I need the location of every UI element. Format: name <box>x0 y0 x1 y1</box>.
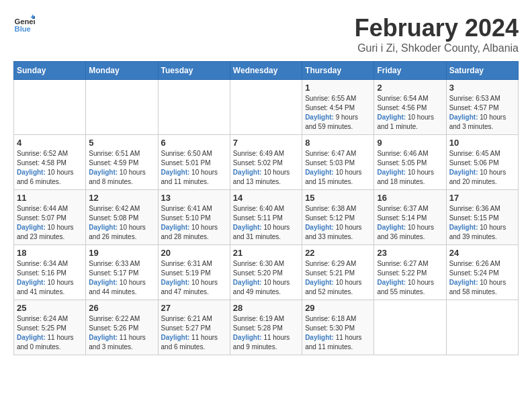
day-info: Sunrise: 6:47 AMSunset: 5:03 PMDaylight:… <box>305 149 371 187</box>
day-number: 16 <box>377 193 443 203</box>
day-number: 14 <box>233 193 299 203</box>
day-info: Sunrise: 6:19 AMSunset: 5:28 PMDaylight:… <box>233 314 299 352</box>
day-info: Sunrise: 6:37 AMSunset: 5:14 PMDaylight:… <box>377 204 443 242</box>
day-info: Sunrise: 6:27 AMSunset: 5:22 PMDaylight:… <box>377 259 443 297</box>
weekday-header-tuesday: Tuesday <box>158 62 230 80</box>
day-number: 20 <box>161 248 227 258</box>
day-info: Sunrise: 6:36 AMSunset: 5:15 PMDaylight:… <box>449 204 515 242</box>
calendar-cell: 26Sunrise: 6:22 AMSunset: 5:26 PMDayligh… <box>86 300 158 355</box>
calendar-cell <box>86 80 158 135</box>
day-info: Sunrise: 6:40 AMSunset: 5:11 PMDaylight:… <box>233 204 299 242</box>
calendar-cell: 22Sunrise: 6:29 AMSunset: 5:21 PMDayligh… <box>302 245 374 300</box>
calendar-cell: 29Sunrise: 6:18 AMSunset: 5:30 PMDayligh… <box>302 300 374 355</box>
day-info: Sunrise: 6:52 AMSunset: 4:58 PMDaylight:… <box>17 149 83 187</box>
day-number: 8 <box>305 138 371 148</box>
logo: General Blue <box>13 13 35 35</box>
weekday-header-friday: Friday <box>374 62 446 80</box>
calendar-cell: 17Sunrise: 6:36 AMSunset: 5:15 PMDayligh… <box>446 190 518 245</box>
weekday-header-saturday: Saturday <box>446 62 518 80</box>
day-number: 1 <box>305 83 371 93</box>
day-number: 25 <box>17 303 83 313</box>
day-info: Sunrise: 6:50 AMSunset: 5:01 PMDaylight:… <box>161 149 227 187</box>
day-number: 21 <box>233 248 299 258</box>
calendar-cell: 7Sunrise: 6:49 AMSunset: 5:02 PMDaylight… <box>230 135 302 190</box>
calendar-cell: 8Sunrise: 6:47 AMSunset: 5:03 PMDaylight… <box>302 135 374 190</box>
calendar-cell: 5Sunrise: 6:51 AMSunset: 4:59 PMDaylight… <box>86 135 158 190</box>
day-number: 6 <box>161 138 227 148</box>
day-info: Sunrise: 6:41 AMSunset: 5:10 PMDaylight:… <box>161 204 227 242</box>
calendar-cell: 16Sunrise: 6:37 AMSunset: 5:14 PMDayligh… <box>374 190 446 245</box>
day-info: Sunrise: 6:42 AMSunset: 5:08 PMDaylight:… <box>89 204 154 242</box>
calendar-cell: 24Sunrise: 6:26 AMSunset: 5:24 PMDayligh… <box>446 245 518 300</box>
day-info: Sunrise: 6:22 AMSunset: 5:26 PMDaylight:… <box>89 314 154 352</box>
day-info: Sunrise: 6:21 AMSunset: 5:27 PMDaylight:… <box>161 314 227 352</box>
weekday-header-wednesday: Wednesday <box>230 62 302 80</box>
calendar-cell: 9Sunrise: 6:46 AMSunset: 5:05 PMDaylight… <box>374 135 446 190</box>
calendar-cell: 19Sunrise: 6:33 AMSunset: 5:17 PMDayligh… <box>86 245 158 300</box>
day-number: 11 <box>17 193 83 203</box>
day-number: 19 <box>89 248 154 258</box>
calendar-table: SundayMondayTuesdayWednesdayThursdayFrid… <box>13 61 519 355</box>
day-number: 29 <box>305 303 371 313</box>
day-number: 4 <box>17 138 83 148</box>
logo-icon: General Blue <box>13 13 35 35</box>
calendar-cell: 15Sunrise: 6:38 AMSunset: 5:12 PMDayligh… <box>302 190 374 245</box>
day-number: 27 <box>161 303 227 313</box>
day-info: Sunrise: 6:49 AMSunset: 5:02 PMDaylight:… <box>233 149 299 187</box>
day-info: Sunrise: 6:29 AMSunset: 5:21 PMDaylight:… <box>305 259 371 297</box>
weekday-header-sunday: Sunday <box>14 62 86 80</box>
day-info: Sunrise: 6:38 AMSunset: 5:12 PMDaylight:… <box>305 204 371 242</box>
calendar-cell <box>230 80 302 135</box>
weekday-header-monday: Monday <box>86 62 158 80</box>
day-number: 5 <box>89 138 154 148</box>
day-info: Sunrise: 6:24 AMSunset: 5:25 PMDaylight:… <box>17 314 83 352</box>
calendar-cell: 28Sunrise: 6:19 AMSunset: 5:28 PMDayligh… <box>230 300 302 355</box>
calendar-cell <box>158 80 230 135</box>
day-info: Sunrise: 6:26 AMSunset: 5:24 PMDaylight:… <box>449 259 515 297</box>
calendar-cell: 20Sunrise: 6:31 AMSunset: 5:19 PMDayligh… <box>158 245 230 300</box>
calendar-cell <box>446 300 518 355</box>
main-title: February 2024 <box>355 13 519 42</box>
day-info: Sunrise: 6:46 AMSunset: 5:05 PMDaylight:… <box>377 149 443 187</box>
calendar-cell: 25Sunrise: 6:24 AMSunset: 5:25 PMDayligh… <box>14 300 86 355</box>
calendar-cell: 21Sunrise: 6:30 AMSunset: 5:20 PMDayligh… <box>230 245 302 300</box>
svg-text:Blue: Blue <box>15 25 31 33</box>
day-number: 12 <box>89 193 154 203</box>
calendar-cell <box>14 80 86 135</box>
calendar-cell: 3Sunrise: 6:53 AMSunset: 4:57 PMDaylight… <box>446 80 518 135</box>
day-info: Sunrise: 6:51 AMSunset: 4:59 PMDaylight:… <box>89 149 154 187</box>
day-info: Sunrise: 6:55 AMSunset: 4:54 PMDaylight:… <box>305 94 371 132</box>
calendar-cell: 6Sunrise: 6:50 AMSunset: 5:01 PMDaylight… <box>158 135 230 190</box>
calendar-cell: 1Sunrise: 6:55 AMSunset: 4:54 PMDaylight… <box>302 80 374 135</box>
calendar-cell: 18Sunrise: 6:34 AMSunset: 5:16 PMDayligh… <box>14 245 86 300</box>
day-number: 15 <box>305 193 371 203</box>
day-number: 7 <box>233 138 299 148</box>
day-number: 17 <box>449 193 515 203</box>
calendar-cell <box>374 300 446 355</box>
calendar-cell: 11Sunrise: 6:44 AMSunset: 5:07 PMDayligh… <box>14 190 86 245</box>
calendar-cell: 23Sunrise: 6:27 AMSunset: 5:22 PMDayligh… <box>374 245 446 300</box>
calendar-cell: 10Sunrise: 6:45 AMSunset: 5:06 PMDayligh… <box>446 135 518 190</box>
day-number: 10 <box>449 138 515 148</box>
day-info: Sunrise: 6:44 AMSunset: 5:07 PMDaylight:… <box>17 204 83 242</box>
weekday-header-thursday: Thursday <box>302 62 374 80</box>
day-info: Sunrise: 6:53 AMSunset: 4:57 PMDaylight:… <box>449 94 515 132</box>
day-info: Sunrise: 6:34 AMSunset: 5:16 PMDaylight:… <box>17 259 83 297</box>
day-number: 22 <box>305 248 371 258</box>
day-info: Sunrise: 6:45 AMSunset: 5:06 PMDaylight:… <box>449 149 515 187</box>
page-header: General Blue February 2024 Guri i Zi, Sh… <box>13 13 519 54</box>
day-number: 28 <box>233 303 299 313</box>
day-number: 24 <box>449 248 515 258</box>
calendar-cell: 12Sunrise: 6:42 AMSunset: 5:08 PMDayligh… <box>86 190 158 245</box>
day-number: 23 <box>377 248 443 258</box>
day-info: Sunrise: 6:30 AMSunset: 5:20 PMDaylight:… <box>233 259 299 297</box>
calendar-cell: 4Sunrise: 6:52 AMSunset: 4:58 PMDaylight… <box>14 135 86 190</box>
day-number: 18 <box>17 248 83 258</box>
calendar-cell: 14Sunrise: 6:40 AMSunset: 5:11 PMDayligh… <box>230 190 302 245</box>
day-info: Sunrise: 6:54 AMSunset: 4:56 PMDaylight:… <box>377 94 443 132</box>
day-number: 2 <box>377 83 443 93</box>
day-info: Sunrise: 6:31 AMSunset: 5:19 PMDaylight:… <box>161 259 227 297</box>
calendar-cell: 27Sunrise: 6:21 AMSunset: 5:27 PMDayligh… <box>158 300 230 355</box>
day-number: 3 <box>449 83 515 93</box>
day-number: 26 <box>89 303 154 313</box>
